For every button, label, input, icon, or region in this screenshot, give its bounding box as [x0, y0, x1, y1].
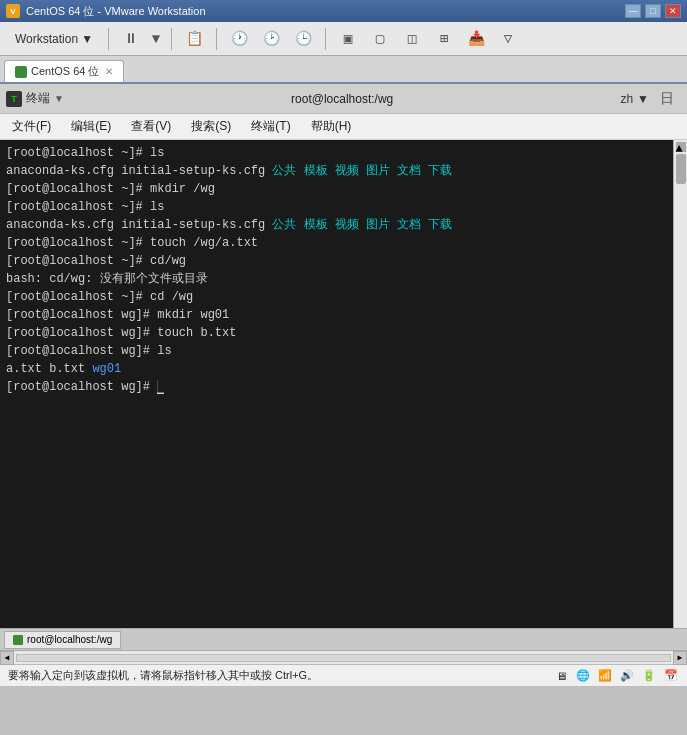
terminal-toolbar: T 终端 ▼ root@localhost:/wg zh ▼ 日: [0, 84, 687, 114]
terminal-line: [root@localhost ~]# ls: [6, 198, 667, 216]
pause-button[interactable]: ⏸: [117, 26, 145, 52]
tray-icon-6: 📅: [663, 668, 679, 684]
terminal-line: [root@localhost ~]# cd/wg: [6, 252, 667, 270]
terminal-line: [root@localhost ~]# touch /wg/a.txt: [6, 234, 667, 252]
mini-tab[interactable]: root@localhost:/wg: [4, 631, 121, 649]
menu-terminal[interactable]: 终端(T): [247, 116, 294, 137]
h-scroll-track[interactable]: [16, 654, 671, 662]
status-text: 要将输入定向到该虚拟机，请将鼠标指针移入其中或按 Ctrl+G。: [8, 668, 318, 683]
terminal-line: anaconda-ks.cfg initial-setup-ks.cfg 公共 …: [6, 216, 667, 234]
terminal-outer: [root@localhost ~]# lsanaconda-ks.cfg in…: [0, 140, 687, 628]
terminal-dropdown-arrow[interactable]: ▼: [54, 93, 64, 104]
h-scroll-right[interactable]: ▶: [673, 651, 687, 665]
terminal-address: root@localhost:/wg: [64, 92, 621, 106]
vm-tab[interactable]: CentOS 64 位 ✕: [4, 60, 124, 82]
menu-help[interactable]: 帮助(H): [307, 116, 356, 137]
snapshot-btn2[interactable]: 🕑: [257, 26, 285, 52]
mini-tab-label: root@localhost:/wg: [27, 634, 112, 645]
terminal-icon-area: T 终端 ▼: [6, 90, 64, 107]
view-btn3[interactable]: ◫: [398, 26, 426, 52]
tray-icon-4: 🔊: [619, 668, 635, 684]
scrollbar-thumb[interactable]: [676, 154, 686, 184]
terminal-icon: T: [6, 91, 22, 107]
view-btn4[interactable]: ⊞: [430, 26, 458, 52]
snapshot-btn3[interactable]: 🕒: [289, 26, 317, 52]
tab-bar: CentOS 64 位 ✕: [0, 56, 687, 84]
toolbar-separator-2: [171, 28, 172, 50]
vmware-icon: V: [6, 4, 20, 18]
close-button[interactable]: ✕: [665, 4, 681, 18]
terminal-line: bash: cd/wg: 没有那个文件或目录: [6, 270, 667, 288]
mini-tab-icon: [13, 635, 23, 645]
lang-arrow: ▼: [637, 92, 649, 106]
maximize-button[interactable]: □: [645, 4, 661, 18]
menu-view[interactable]: 查看(V): [127, 116, 175, 137]
menu-edit[interactable]: 编辑(E): [67, 116, 115, 137]
main-toolbar: Workstation ▼ ⏸ ▼ 📋 🕐 🕑 🕒 ▣ ▢ ◫ ⊞ 📥 ▽: [0, 22, 687, 56]
toolbar-separator-1: [108, 28, 109, 50]
tray-icon-1: 🖥: [553, 668, 569, 684]
tray-icon-5: 🔋: [641, 668, 657, 684]
workstation-label: Workstation: [15, 32, 78, 46]
view-btn2[interactable]: ▢: [366, 26, 394, 52]
snapshot-btn1[interactable]: 🕐: [225, 26, 253, 52]
view-btn6[interactable]: ▽: [494, 26, 522, 52]
terminal-line: a.txt b.txt wg01: [6, 360, 667, 378]
system-tray: 🖥 🌐 📶 🔊 🔋 📅: [553, 668, 679, 684]
terminal-line: [root@localhost wg]# mkdir wg01: [6, 306, 667, 324]
terminal-label: 终端: [26, 90, 50, 107]
terminal-line: anaconda-ks.cfg initial-setup-ks.cfg 公共 …: [6, 162, 667, 180]
toolbar-separator-3: [216, 28, 217, 50]
view-btn1[interactable]: ▣: [334, 26, 362, 52]
minimize-button[interactable]: —: [625, 4, 641, 18]
scrollbar-up-arrow[interactable]: ▲: [676, 142, 686, 152]
terminal-line: [root@localhost ~]# cd /wg: [6, 288, 667, 306]
workstation-menu[interactable]: Workstation ▼: [8, 29, 100, 49]
title-bar: V CentOS 64 位 - VMware Workstation — □ ✕: [0, 0, 687, 22]
terminal-line: [root@localhost ~]# mkdir /wg: [6, 180, 667, 198]
tray-icon-2: 🌐: [575, 668, 591, 684]
view-btn5[interactable]: 📥: [462, 26, 490, 52]
tab-vm-icon: [15, 66, 27, 78]
mini-bar: root@localhost:/wg: [0, 628, 687, 650]
tray-icon-3: 📶: [597, 668, 613, 684]
tab-label: CentOS 64 位: [31, 64, 99, 79]
menu-search[interactable]: 搜索(S): [187, 116, 235, 137]
vertical-scrollbar[interactable]: ▲: [673, 140, 687, 628]
menu-file[interactable]: 文件(F): [8, 116, 55, 137]
calendar-button[interactable]: 日: [653, 86, 681, 112]
h-scroll-left[interactable]: ◀: [0, 651, 14, 665]
horizontal-scrollbar[interactable]: ◀ ▶: [0, 650, 687, 664]
info-bar: 要将输入定向到该虚拟机，请将鼠标指针移入其中或按 Ctrl+G。 🖥 🌐 📶 🔊…: [0, 664, 687, 686]
workstation-arrow: ▼: [81, 32, 93, 46]
send-ctrl-alt[interactable]: 📋: [180, 26, 208, 52]
terminal-line: [root@localhost ~]# ls: [6, 144, 667, 162]
pause-dropdown[interactable]: ▼: [149, 26, 163, 52]
tab-close-button[interactable]: ✕: [105, 66, 113, 77]
lang-label: zh: [620, 92, 633, 106]
title-bar-controls: — □ ✕: [625, 4, 681, 18]
terminal-line: [root@localhost wg]# touch b.txt: [6, 324, 667, 342]
terminal-content[interactable]: [root@localhost ~]# lsanaconda-ks.cfg in…: [0, 140, 673, 628]
menu-bar: 文件(F) 编辑(E) 查看(V) 搜索(S) 终端(T) 帮助(H): [0, 114, 687, 140]
language-selector[interactable]: zh ▼: [620, 92, 649, 106]
title-bar-left: V CentOS 64 位 - VMware Workstation: [6, 4, 206, 19]
window-title: CentOS 64 位 - VMware Workstation: [26, 4, 206, 19]
toolbar-separator-4: [325, 28, 326, 50]
terminal-line: [root@localhost wg]# ls: [6, 342, 667, 360]
terminal-line: [root@localhost wg]# █: [6, 378, 667, 396]
